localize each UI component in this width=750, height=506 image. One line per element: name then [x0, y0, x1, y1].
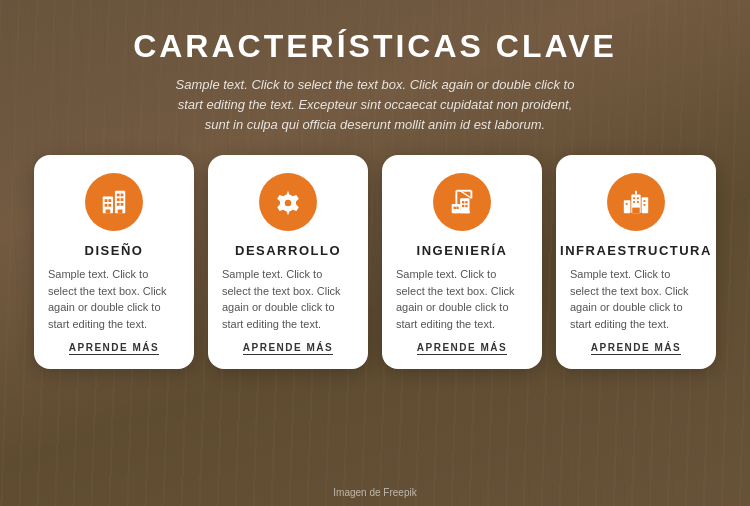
svg-rect-5 [108, 204, 111, 207]
svg-rect-7 [121, 194, 124, 197]
card-desarrollo-link[interactable]: APRENDE MÁS [243, 342, 333, 355]
svg-rect-40 [632, 208, 640, 214]
svg-rect-22 [454, 207, 456, 209]
gear-building-icon [273, 187, 303, 217]
svg-rect-21 [465, 205, 467, 207]
crane-icon [447, 187, 477, 217]
card-disenio-title: DISEÑO [85, 243, 144, 258]
ingenieria-icon-circle [433, 173, 491, 231]
card-ingenieria-text: Sample text. Click to select the text bo… [396, 266, 528, 332]
svg-rect-41 [635, 191, 637, 195]
svg-rect-38 [644, 201, 646, 203]
page-title: CARACTERÍSTICAS CLAVE [133, 28, 617, 65]
card-desarrollo: DESARROLLO Sample text. Click to select … [208, 155, 368, 369]
svg-rect-10 [117, 203, 120, 206]
card-infraestructura-title: INFRAESTRUCTURA [560, 243, 712, 258]
svg-rect-12 [106, 210, 111, 214]
card-desarrollo-text: Sample text. Click to select the text bo… [222, 266, 354, 332]
card-infraestructura-link[interactable]: APRENDE MÁS [591, 342, 681, 355]
card-disenio-link[interactable]: APRENDE MÁS [69, 342, 159, 355]
cards-container: DISEÑO Sample text. Click to select the … [30, 155, 720, 369]
svg-rect-35 [637, 198, 639, 200]
svg-line-27 [460, 191, 471, 199]
building-icon [99, 187, 129, 217]
svg-rect-36 [633, 201, 635, 203]
card-ingenieria: INGENIERÍA Sample text. Click to select … [382, 155, 542, 369]
svg-rect-6 [117, 194, 120, 197]
svg-rect-30 [624, 201, 631, 214]
card-desarrollo-title: DESARROLLO [235, 243, 341, 258]
svg-rect-39 [644, 204, 646, 206]
svg-rect-33 [626, 203, 628, 205]
svg-rect-34 [633, 198, 635, 200]
svg-rect-29 [460, 212, 470, 214]
svg-rect-28 [455, 212, 459, 214]
card-disenio: DISEÑO Sample text. Click to select the … [34, 155, 194, 369]
page-subtitle: Sample text. Click to select the text bo… [165, 75, 585, 135]
svg-point-15 [285, 200, 292, 207]
svg-rect-16 [460, 199, 469, 214]
svg-rect-11 [121, 203, 124, 206]
card-ingenieria-title: INGENIERÍA [417, 243, 508, 258]
page-content: CARACTERÍSTICAS CLAVE Sample text. Click… [0, 0, 750, 506]
svg-rect-4 [105, 204, 108, 207]
card-ingenieria-link[interactable]: APRENDE MÁS [417, 342, 507, 355]
infraestructura-icon-circle [607, 173, 665, 231]
svg-rect-20 [462, 205, 464, 207]
city-icon [621, 187, 651, 217]
svg-rect-8 [117, 199, 120, 202]
freepik-credit: Imagen de Freepik [333, 487, 416, 498]
card-disenio-text: Sample text. Click to select the text bo… [48, 266, 180, 332]
disenio-icon-circle [85, 173, 143, 231]
svg-rect-23 [456, 207, 458, 209]
svg-rect-37 [637, 201, 639, 203]
svg-rect-18 [462, 201, 464, 203]
svg-rect-13 [118, 210, 123, 214]
svg-rect-19 [465, 201, 467, 203]
svg-rect-2 [105, 200, 108, 203]
desarrollo-icon-circle [259, 173, 317, 231]
svg-rect-9 [121, 199, 124, 202]
svg-rect-3 [108, 200, 111, 203]
card-infraestructura-text: Sample text. Click to select the text bo… [570, 266, 702, 332]
card-infraestructura: INFRAESTRUCTURA Sample text. Click to se… [556, 155, 716, 369]
